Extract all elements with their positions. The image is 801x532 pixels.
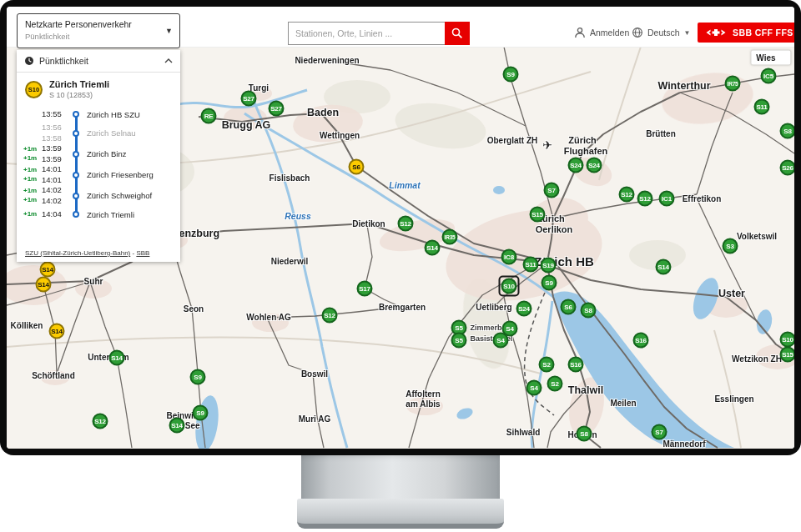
train-badge-ir75[interactable]: IR75	[725, 76, 741, 92]
train-badge-s17[interactable]: S17	[357, 281, 373, 297]
globe-icon	[632, 27, 643, 38]
search-input[interactable]	[288, 22, 445, 45]
search-button[interactable]	[445, 22, 470, 45]
sbb-logo[interactable]: SBB CFF FFS	[698, 23, 794, 43]
train-badge-s24[interactable]: S24	[587, 158, 602, 173]
train-badge-ic1[interactable]: IC1	[659, 191, 675, 207]
train-badge-ic8[interactable]: IC8	[501, 249, 517, 265]
train-badge-s10-selected[interactable]: S10	[501, 279, 517, 294]
stop-time: 14:0214:02	[42, 185, 70, 206]
train-badge-s8[interactable]: S8	[581, 303, 597, 319]
chevron-up-icon[interactable]	[164, 58, 173, 63]
stop-delay: +1m	[23, 206, 42, 223]
stop-timeline-node	[70, 164, 82, 185]
login-label: Anmelden	[590, 28, 629, 38]
person-icon	[574, 27, 586, 38]
train-badge-s14[interactable]: S14	[36, 277, 52, 293]
train-badge-s15[interactable]: S15	[780, 347, 795, 363]
train-badge-s4[interactable]: S4	[493, 333, 509, 349]
punctuality-panel-header[interactable]: Pünktlichkeit	[17, 50, 180, 73]
stop-dot	[73, 151, 79, 158]
stop-row[interactable]: 13:5613:58Zürich Selnau	[17, 123, 180, 143]
stop-row[interactable]: +1m+1m13:5913:59Zürich Binz	[17, 143, 180, 164]
stop-time: 14:04	[42, 206, 70, 223]
train-badge-s7[interactable]: S7	[652, 424, 668, 440]
train-badge-s12[interactable]: S12	[322, 308, 338, 324]
train-badge-s2[interactable]: S2	[547, 376, 563, 392]
stop-row[interactable]: +1m14:04Zürich Triemli	[17, 206, 180, 223]
train-badge-s14[interactable]: S14	[49, 324, 65, 339]
train-badge-s14[interactable]: S14	[109, 350, 125, 366]
chevron-down-icon: ▼	[684, 29, 691, 37]
panel-footer: SZU (Sihltal-Zürich-Uetliberg-Bahn) - SB…	[25, 249, 149, 257]
logo-text: SBB CFF FFS	[733, 28, 793, 38]
train-badge-s14[interactable]: S14	[656, 259, 672, 275]
train-badge-s6[interactable]: S6	[349, 159, 365, 175]
language-selector[interactable]: Deutsch ▼	[632, 27, 690, 38]
layer-select-dropdown[interactable]: Netzkarte Personenverkehr Pünktlichkeit …	[17, 13, 180, 48]
stop-name: Zürich Selnau	[82, 123, 136, 143]
stop-dot	[73, 211, 79, 218]
train-badge-s8[interactable]: S8	[577, 426, 592, 442]
stop-dot	[73, 130, 79, 137]
stop-dot	[73, 193, 79, 199]
train-badge-s2[interactable]: S2	[539, 357, 555, 373]
stop-row[interactable]: +1m+1m14:0114:01Zürich Friesenberg	[17, 164, 180, 185]
train-badge-s24[interactable]: S24	[568, 158, 584, 173]
stop-delay	[23, 106, 42, 123]
train-badge-s10[interactable]: S10	[780, 332, 795, 348]
train-badge-s12[interactable]: S12	[619, 187, 635, 203]
train-badge-s16[interactable]: S16	[633, 333, 649, 349]
language-label: Deutsch	[647, 28, 680, 38]
train-badge-s9[interactable]: S9	[193, 405, 209, 421]
punctuality-panel: Pünktlichkeit S10 Zürich Triemli S 10 (1…	[17, 50, 180, 262]
train-line-info: S 10 (12853)	[49, 91, 109, 99]
footer-link[interactable]: SZU (Sihltal-Zürich-Uetliberg-Bahn)	[25, 249, 130, 257]
train-badge-s15[interactable]: S15	[530, 207, 546, 223]
train-badge-s14[interactable]: S14	[40, 262, 56, 278]
train-badge-s14[interactable]: S14	[425, 240, 441, 256]
stop-name: Zürich Triemli	[82, 206, 134, 223]
train-badge-s9[interactable]: S9	[542, 275, 557, 291]
train-badge-s9[interactable]: S9	[503, 67, 519, 83]
train-badge-s27[interactable]: S27	[269, 101, 285, 117]
train-badge-re[interactable]: RE	[201, 108, 217, 124]
stop-timeline-node	[70, 123, 82, 143]
stop-name: Zürich HB SZU	[82, 106, 140, 123]
stop-row[interactable]: +1m+1m14:0214:02Zürich Schweighof	[17, 185, 180, 206]
train-badge-s7[interactable]: S7	[544, 183, 560, 198]
train-badge-s3[interactable]: S3	[723, 238, 738, 254]
train-badge-s11[interactable]: S11	[754, 99, 770, 115]
train-badge-s27[interactable]: S27	[241, 91, 257, 107]
train-badge-s8[interactable]: S8	[780, 123, 795, 139]
stop-delay: +1m+1m	[23, 143, 42, 164]
train-badge-ir35[interactable]: IR35	[442, 229, 458, 245]
train-badge-s19[interactable]: S19	[541, 258, 557, 274]
monitor-stand-neck	[301, 450, 500, 502]
train-badge-s26[interactable]: S26	[780, 160, 795, 176]
train-badge-s11[interactable]: S11	[523, 257, 539, 273]
footer-link[interactable]: SBB	[136, 249, 149, 257]
train-badge-ic5[interactable]: IC5	[761, 68, 777, 84]
train-badge-s16[interactable]: S16	[568, 357, 584, 373]
train-name: Zürich Triemli	[49, 79, 109, 89]
stop-time: 13:5613:58	[42, 123, 70, 143]
monitor-mockup: NiederweningenWiesTurgiBadenBrugg AGWett…	[0, 0, 801, 532]
monitor-frame: NiederweningenWiesTurgiBadenBrugg AGWett…	[0, 0, 801, 455]
train-badge-s6[interactable]: S6	[561, 299, 577, 315]
sbb-arrows-cross-icon	[704, 27, 728, 38]
train-badge-s4[interactable]: S4	[526, 380, 542, 396]
stop-delay	[23, 123, 42, 143]
train-badge-s12[interactable]: S12	[93, 414, 108, 429]
layer-select-subtitle: Pünktlichkeit	[25, 32, 159, 41]
train-badge-s12[interactable]: S12	[637, 191, 653, 207]
login-button[interactable]: Anmelden	[574, 27, 629, 38]
train-badge-s9[interactable]: S9	[190, 369, 206, 385]
train-badge-s12[interactable]: S12	[398, 216, 414, 232]
train-badge-s14[interactable]: S14	[169, 418, 185, 434]
train-badge-s5[interactable]: S5	[451, 333, 467, 349]
stop-delay: +1m+1m	[23, 164, 42, 185]
magnifier-icon	[451, 28, 463, 39]
train-badge-s24[interactable]: S24	[516, 301, 532, 317]
stop-row[interactable]: 13:55Zürich HB SZU	[17, 106, 180, 123]
